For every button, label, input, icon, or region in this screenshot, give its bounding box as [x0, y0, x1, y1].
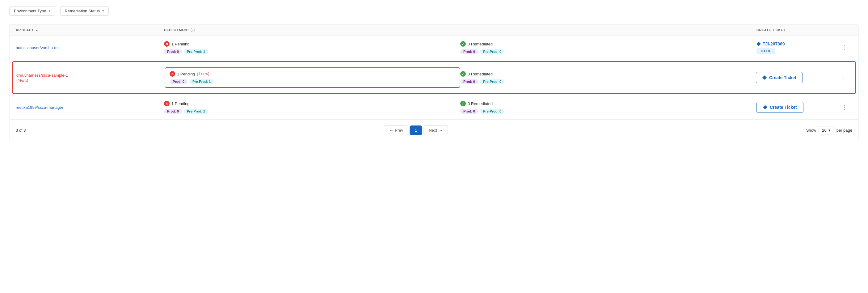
- remediation-status-label: Remediation Status: [65, 9, 100, 13]
- more-options-1[interactable]: ⋮: [837, 43, 852, 52]
- remediated-cell-3: ✓ 0 Remediated Prod: 0 Pre-Prod: 0: [460, 101, 756, 114]
- table-header: ARTIFACT ▲ DEPLOYMENT i CREATE TICKET: [9, 25, 859, 35]
- next-button[interactable]: Next →: [424, 125, 448, 135]
- prod-tag-2: Prod: 0: [169, 79, 187, 84]
- artifact-cell-1: autosscauser/varsha-test: [16, 45, 164, 50]
- create-ticket-button-2[interactable]: Create Ticket: [756, 72, 803, 83]
- artifact-cell-3: reetika1999/ssca-manager: [16, 105, 164, 110]
- tags-row-2: Prod: 0 Pre-Prod: 1: [169, 79, 455, 84]
- deployment-info-icon: i: [191, 28, 195, 32]
- ticket-cell-1: TJI-207369 TO DO: [756, 41, 837, 54]
- pending-row-1: ✕ 1 Pending: [164, 41, 460, 47]
- remediated-prod-tag-1: Prod: 0: [460, 49, 478, 54]
- header-actions: [837, 28, 852, 32]
- svg-rect-0: [756, 42, 761, 46]
- remediated-icon-2: ✓: [460, 71, 466, 77]
- page-1-button[interactable]: 1: [410, 125, 422, 135]
- remediated-icon-3: ✓: [460, 101, 466, 106]
- table-row: autosscauser/varsha-test ✕ 1 Pending Pro…: [9, 35, 859, 60]
- remediated-row-2: ✓ 0 Remediated: [460, 71, 756, 77]
- pending-icon-2: ✕: [169, 71, 175, 77]
- preprod-tag-2: Pre-Prod: 1: [189, 79, 214, 84]
- create-ticket-button-3[interactable]: Create Ticket: [756, 102, 803, 113]
- remediated-tags-row-1: Prod: 0 Pre-Prod: 0: [460, 49, 756, 54]
- per-page-row: Show 20 ▾ per page: [806, 126, 852, 135]
- artifact-link-1[interactable]: autosscauser/varsha-test: [16, 46, 61, 50]
- table-row-highlighted: dhruvharness/ssca-sample-1 (new ℹ) ✕ 1 P…: [12, 61, 856, 94]
- per-page-suffix: per page: [836, 128, 852, 133]
- remediated-prod-tag-3: Prod: 0: [460, 109, 478, 114]
- more-options-2[interactable]: ⋮: [836, 73, 851, 82]
- svg-rect-2: [763, 105, 767, 109]
- deployment-highlighted-2: ✕ 1 Pending (1 new) Prod: 0 Pre-Prod: 1: [165, 67, 460, 88]
- pending-icon-3: ✕: [164, 101, 169, 106]
- per-page-select[interactable]: 20 ▾: [818, 126, 834, 135]
- ticket-cell-3: Create Ticket: [756, 102, 837, 113]
- remediation-status-chevron: ▾: [102, 9, 104, 13]
- prod-tag-3: Prod: 0: [164, 109, 182, 114]
- diamond-icon-3: [763, 105, 767, 109]
- prev-button[interactable]: ← Prev: [384, 125, 408, 135]
- artifact-link-2[interactable]: dhruvharness/ssca-sample-1: [17, 73, 68, 78]
- pagination-row: 3 of 3 ← Prev 1 Next → Show 20 ▾ per pag…: [9, 120, 859, 141]
- page-count: 3 of 3: [16, 128, 26, 133]
- remediated-tags-row-3: Prod: 0 Pre-Prod: 0: [460, 109, 756, 114]
- environment-type-filter[interactable]: Environment Type ▾: [9, 6, 55, 16]
- remediated-prod-tag-2: Prod: 0: [460, 79, 478, 84]
- header-deployment: DEPLOYMENT i: [164, 28, 460, 32]
- new-tag-2: (1 new): [197, 72, 210, 76]
- remediated-row-1: ✓ 0 Remediated: [460, 41, 756, 47]
- ticket-link-1[interactable]: TJI-207369: [756, 41, 785, 47]
- main-table: ARTIFACT ▲ DEPLOYMENT i CREATE TICKET au…: [9, 24, 859, 141]
- prev-arrow-icon: ←: [389, 128, 393, 133]
- artifact-link-3[interactable]: reetika1999/ssca-manager: [16, 105, 63, 110]
- remediated-preprod-tag-2: Pre-Prod: 0: [480, 79, 504, 84]
- remediated-cell-1: ✓ 0 Remediated Prod: 0 Pre-Prod: 0: [460, 41, 756, 54]
- header-remediated: [460, 28, 756, 32]
- show-label: Show: [806, 128, 816, 133]
- prod-tag-1: Prod: 0: [164, 49, 182, 54]
- remediated-row-3: ✓ 0 Remediated: [460, 101, 756, 106]
- table-row-3: reetika1999/ssca-manager ✕ 1 Pending Pro…: [9, 95, 859, 120]
- environment-type-label: Environment Type: [14, 9, 46, 13]
- artifact-new-label-2: (new ℹ): [17, 78, 165, 83]
- ticket-cell-2: Create Ticket: [756, 72, 836, 83]
- todo-badge-1: TO DO: [756, 48, 775, 54]
- header-create-ticket: CREATE TICKET: [756, 28, 837, 32]
- remediation-status-filter[interactable]: Remediation Status ▾: [60, 6, 109, 16]
- next-label: Next: [429, 128, 437, 133]
- environment-type-chevron: ▾: [49, 9, 51, 13]
- remediated-cell-2: ✓ 0 Remediated Prod: 0 Pre-Prod: 0: [460, 71, 756, 84]
- table-row-2-inner: dhruvharness/ssca-sample-1 (new ℹ) ✕ 1 P…: [13, 62, 855, 93]
- per-page-chevron: ▾: [829, 128, 831, 133]
- pending-row-2: ✕ 1 Pending (1 new): [169, 71, 455, 77]
- artifact-cell-2: dhruvharness/ssca-sample-1 (new ℹ): [17, 72, 165, 83]
- remediated-icon-1: ✓: [460, 41, 466, 47]
- preprod-tag-1: Pre-Prod: 1: [184, 49, 208, 54]
- tags-row-3: Prod: 0 Pre-Prod: 1: [164, 109, 460, 114]
- preprod-tag-3: Pre-Prod: 1: [184, 109, 208, 114]
- diamond-icon-1: [756, 42, 761, 46]
- remediated-preprod-tag-1: Pre-Prod: 0: [480, 49, 504, 54]
- prev-label: Prev: [395, 128, 403, 133]
- pending-icon-1: ✕: [164, 41, 169, 47]
- sort-icon[interactable]: ▲: [35, 28, 38, 32]
- remediated-preprod-tag-3: Pre-Prod: 0: [480, 109, 504, 114]
- deployment-cell-3: ✕ 1 Pending Prod: 0 Pre-Prod: 1: [164, 101, 460, 114]
- deployment-cell-1: ✕ 1 Pending Prod: 0 Pre-Prod: 1: [164, 41, 460, 54]
- remediated-tags-row-2: Prod: 0 Pre-Prod: 0: [460, 79, 756, 84]
- more-options-3[interactable]: ⋮: [837, 102, 852, 112]
- pending-row-3: ✕ 1 Pending: [164, 101, 460, 106]
- tags-row-1: Prod: 0 Pre-Prod: 1: [164, 49, 460, 54]
- filter-row: Environment Type ▾ Remediation Status ▾: [9, 6, 859, 16]
- deployment-cell-2: ✕ 1 Pending (1 new) Prod: 0 Pre-Prod: 1: [165, 67, 460, 88]
- svg-rect-1: [762, 76, 767, 80]
- header-artifact: ARTIFACT ▲: [16, 28, 164, 32]
- pagination-controls: ← Prev 1 Next →: [384, 125, 448, 135]
- diamond-icon-2: [762, 76, 767, 80]
- next-arrow-icon: →: [439, 128, 443, 133]
